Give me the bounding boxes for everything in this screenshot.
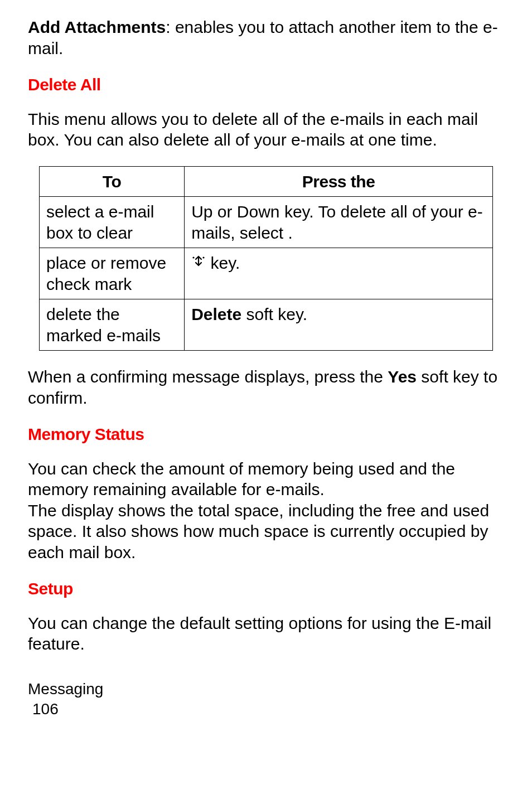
cell-press: Up or Down key. To delete all of your e-… (185, 197, 493, 248)
table-header-to: To (40, 166, 185, 197)
footer-page: 106 (28, 699, 504, 719)
setup-header: Setup (28, 578, 504, 599)
confirm-paragraph: When a confirming message displays, pres… (28, 366, 504, 408)
svg-point-1 (193, 257, 195, 259)
confirm-before: When a confirming message displays, pres… (28, 367, 388, 386)
memory-status-paragraph: You can check the amount of memory being… (28, 458, 504, 563)
footer-section: Messaging (28, 679, 504, 699)
svg-point-2 (203, 257, 205, 259)
cell-to: select a e-mail box to clear (40, 197, 185, 248)
cell-press: key. (185, 248, 493, 299)
table-row: delete the marked e-mails Delete soft ke… (40, 299, 493, 351)
delete-all-paragraph: This menu allows you to delete all of th… (28, 109, 504, 151)
table-row: place or remove check mark key. (40, 248, 493, 299)
cell-press-text: key. (206, 254, 240, 272)
setup-paragraph: You can change the default setting optio… (28, 613, 504, 655)
intro-bold: Add Attachments (28, 18, 166, 36)
delete-all-table: To Press the select a e-mail box to clea… (39, 166, 493, 351)
navigation-key-icon (191, 253, 206, 274)
cell-press-bold: Delete (191, 305, 241, 323)
cell-to: place or remove check mark (40, 248, 185, 299)
cell-press: Delete soft key. (185, 299, 493, 351)
table-row: select a e-mail box to clear Up or Down … (40, 197, 493, 248)
delete-all-header: Delete All (28, 74, 504, 95)
cell-press-rest: soft key. (241, 305, 307, 323)
intro-paragraph: Add Attachments: enables you to attach a… (28, 17, 504, 59)
confirm-bold: Yes (388, 367, 417, 386)
table-header-press: Press the (185, 166, 493, 197)
cell-to: delete the marked e-mails (40, 299, 185, 351)
page-footer: Messaging 106 (28, 679, 504, 720)
table-header-row: To Press the (40, 166, 493, 197)
memory-status-header: Memory Status (28, 424, 504, 445)
